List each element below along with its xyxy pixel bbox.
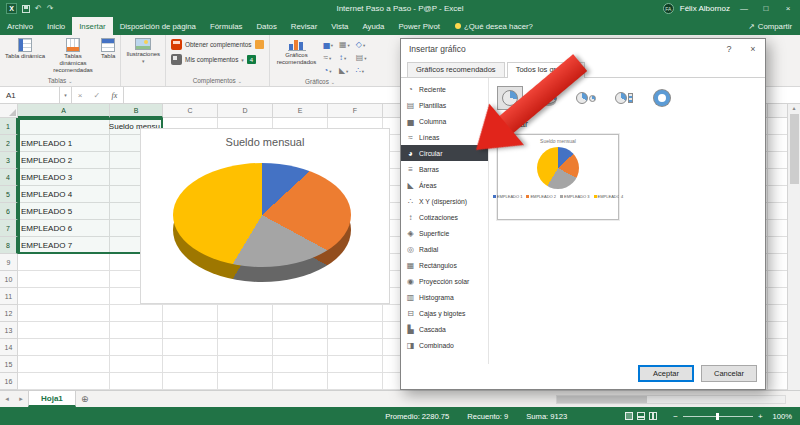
zoom-slider[interactable] [683,416,753,417]
chart-category-cotizaciones[interactable]: ↕Cotizaciones [401,209,488,225]
insert-function-icon[interactable]: fx [112,91,118,100]
status-suma[interactable]: Suma: 9123 [526,412,567,421]
chart-category-x-y-dispersion[interactable]: ∴X Y (dispersión) [401,193,488,209]
cell[interactable]: EMPLEADO 7 [18,237,110,254]
status-promedio[interactable]: Promedio: 2280.75 [385,412,449,421]
cell[interactable] [110,322,163,339]
chart-category-cajas-y-bigotes[interactable]: ⊟Cajas y bigotes [401,305,488,321]
horizontal-scrollbar[interactable] [556,395,786,404]
column-header[interactable]: F [328,104,383,118]
ribbon-tab-insertar[interactable]: Insertar [72,17,112,35]
cell[interactable]: EMPLEADO 6 [18,220,110,237]
chart-category-rectangulos[interactable]: ▦Rectángulos [401,257,488,273]
cancel-button[interactable]: Cancelar [701,365,757,382]
zoom-out-icon[interactable]: − [673,412,678,421]
cell[interactable] [110,356,163,373]
bar-of-pie-subtype-button[interactable] [611,86,637,110]
recommended-charts-button[interactable]: Gráficos recomendados [273,37,321,67]
chart-category-reciente[interactable]: ◔Reciente [401,81,488,97]
chart-category-histograma[interactable]: ▥Histograma [401,289,488,305]
row-header[interactable]: 1 [0,118,18,135]
worksheet-chart[interactable]: Sueldo mensual [140,128,390,304]
cell[interactable] [163,373,218,390]
cancel-entry-icon[interactable]: × [78,91,83,100]
dialog-close-button[interactable]: × [741,39,765,59]
cell[interactable] [273,373,328,390]
cell[interactable] [110,373,163,390]
illustrations-button[interactable]: Ilustraciones ▾ [124,37,162,66]
cell[interactable] [218,305,273,322]
confirm-entry-icon[interactable]: ✓ [94,91,101,100]
redo-icon[interactable]: ↷ [47,5,54,13]
cell[interactable]: EMPLEADO 3 [18,169,110,186]
cell[interactable] [18,254,110,271]
save-icon[interactable] [22,5,30,13]
cell[interactable] [218,356,273,373]
zoom-level[interactable]: 100% [773,412,792,421]
cell[interactable]: EMPLEADO 1 [18,135,110,152]
vertical-scrollbar[interactable]: ▴ [787,104,800,390]
ribbon-tab-revisar[interactable]: Revisar [284,17,324,35]
cell[interactable] [273,356,328,373]
cell[interactable] [163,305,218,322]
sheet-tab-hoja1[interactable]: Hoja1 [28,391,76,407]
row-header[interactable]: 9 [0,254,18,271]
get-add-ins-button[interactable]: Obtener complementos [169,37,265,52]
chart-category-areas[interactable]: ◣Áreas [401,177,488,193]
minimize-button[interactable]: — [736,4,752,13]
row-header[interactable]: 2 [0,135,18,152]
hierarchy-chart-button[interactable]: ▦▾ [338,39,351,51]
cell[interactable] [110,339,163,356]
row-header[interactable]: 7 [0,220,18,237]
restore-button[interactable]: □ [758,4,774,13]
row-header[interactable]: 10 [0,271,18,288]
close-button[interactable]: × [780,4,796,13]
cell[interactable] [328,373,383,390]
row-header[interactable]: 6 [0,203,18,220]
row-header[interactable]: 11 [0,288,18,305]
ribbon-tab-vista[interactable]: Vista [324,17,355,35]
cell[interactable] [218,339,273,356]
cell[interactable] [18,339,110,356]
sheet-nav-left-icon[interactable]: ◂ [0,391,14,407]
cell[interactable] [328,339,383,356]
page-layout-view-icon[interactable] [637,412,645,420]
table-button[interactable]: Tabla [99,37,117,61]
row-header[interactable]: 14 [0,339,18,356]
cell[interactable] [18,288,110,305]
chart-category-combinado[interactable]: ◨Combinado [401,337,488,353]
cell[interactable] [18,322,110,339]
column-header[interactable]: E [273,104,328,118]
chart-category-cascada[interactable]: ▙Cascada [401,321,488,337]
dialog-tab-graficos-recomendados[interactable]: Gráficos recomendados [407,62,505,77]
chart-category-radial[interactable]: ◎Radial [401,241,488,257]
cell[interactable] [328,322,383,339]
scatter-chart-button[interactable]: ∴▾ [355,65,368,77]
select-all-corner[interactable] [0,104,18,118]
cell[interactable] [328,305,383,322]
vertical-scroll-thumb[interactable] [790,114,799,184]
row-header[interactable]: 8 [0,237,18,254]
name-box-dropdown-icon[interactable]: ▾ [60,87,72,103]
undo-icon[interactable]: ↶ [35,5,42,13]
column-header[interactable]: D [218,104,273,118]
ribbon-tab-archivo[interactable]: Archivo [0,17,40,35]
cell[interactable] [273,305,328,322]
ribbon-tab-disposicion-de-pagina[interactable]: Disposición de página [113,17,203,35]
status-recuento[interactable]: Recuento: 9 [467,412,508,421]
cell[interactable] [18,305,110,322]
ribbon-tab-formulas[interactable]: Fórmulas [203,17,250,35]
column-chart-button[interactable]: ▅▾ [323,39,334,51]
row-header[interactable]: 13 [0,322,18,339]
row-header[interactable]: 3 [0,152,18,169]
ribbon-tab-inicio[interactable]: Inicio [40,17,72,35]
tell-me-box[interactable]: ¿Qué desea hacer? [447,17,541,35]
cell[interactable]: EMPLEADO 5 [18,203,110,220]
cell[interactable] [163,356,218,373]
scroll-up-icon[interactable]: ▴ [792,104,795,111]
pivotchart-button[interactable]: ▤▾ [355,52,368,64]
chart-category-barras[interactable]: ≡Barras [401,161,488,177]
pivot-table-button[interactable]: Tabla dinámica [3,37,47,61]
cell[interactable] [328,356,383,373]
accept-button[interactable]: Aceptar [638,365,694,382]
